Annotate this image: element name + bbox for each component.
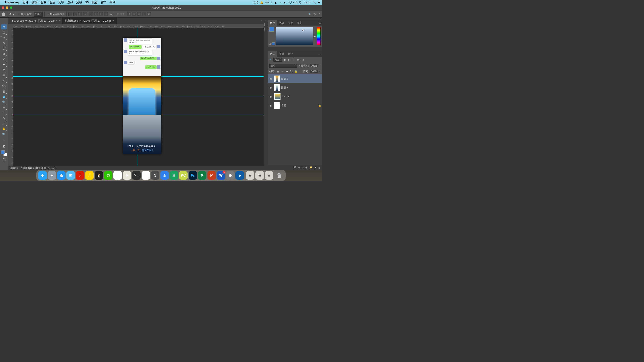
link-layers-icon[interactable]: ⌘ xyxy=(294,166,296,169)
path-select-tool[interactable]: ↖ xyxy=(1,115,7,121)
tab-swatches[interactable]: 色板 xyxy=(277,20,286,26)
doc-dimensions[interactable]: 1026 像素 x 3078 像素 (72 ppi) 〉 xyxy=(21,166,59,170)
menu-3d[interactable]: 3D xyxy=(85,1,89,4)
align-center-h-icon[interactable]: ⎹ xyxy=(73,12,77,16)
edit-toolbar[interactable]: ⋯ xyxy=(1,137,7,142)
dock-app-excel[interactable]: X xyxy=(198,171,206,180)
layer-row[interactable]: ◉ mx_05 xyxy=(268,92,322,101)
type-tool[interactable]: T xyxy=(1,110,7,115)
layer-thumb[interactable] xyxy=(274,84,280,91)
filter-shape-icon[interactable]: ▭ xyxy=(297,58,300,61)
dock-app-qqmusic[interactable]: ♬ xyxy=(85,171,94,180)
align-right-icon[interactable]: ⎸ xyxy=(78,12,82,16)
align-stretch-icon[interactable]: ≡ xyxy=(83,12,87,16)
lock-all-icon[interactable]: 🔒 xyxy=(294,70,298,73)
panel-menu-icon[interactable]: ≡ xyxy=(318,53,322,55)
window-close[interactable] xyxy=(2,6,4,9)
dock-app-word[interactable]: W1 xyxy=(217,171,225,180)
dock-trash[interactable]: 🗑 xyxy=(275,171,284,180)
dock-app-terminal[interactable]: >_ xyxy=(132,171,141,180)
zoom-level[interactable]: 33.33% xyxy=(10,167,18,169)
window-maximize[interactable] xyxy=(10,6,12,9)
pen-tool[interactable]: ✒ xyxy=(1,105,7,110)
filter-image-icon[interactable]: ▣ xyxy=(283,58,286,61)
visibility-icon[interactable]: ◉ xyxy=(269,77,272,80)
dock-item-2[interactable] xyxy=(264,28,268,31)
tabbar-collapse[interactable]: ›› xyxy=(260,18,264,24)
tray-icon-1[interactable]: ⧈ xyxy=(280,1,281,4)
blur-tool[interactable]: 💧 xyxy=(1,94,7,99)
panel-collapse-icon[interactable]: ‹‹ xyxy=(265,19,266,21)
battery-icon[interactable]: ▮▯ xyxy=(274,1,277,4)
control-center-icon[interactable]: ☰ xyxy=(318,1,320,4)
menu-select[interactable]: 选择 xyxy=(67,1,73,4)
frame-tool[interactable]: ⊠ xyxy=(1,51,7,56)
canvas[interactable]: 怎么才能年入百万呢，只要不犯罪干啥都可以！！ 往银行存6000万，一年利息就差不… xyxy=(13,28,264,170)
adjustment-icon[interactable]: ◐ xyxy=(306,166,308,169)
align-top-icon[interactable]: ⌋ xyxy=(89,12,93,16)
dock-minimized-2[interactable]: ⊞ xyxy=(265,171,273,180)
tray-icon-2[interactable]: ⊞ xyxy=(283,1,285,4)
fx-icon[interactable]: fx xyxy=(298,166,300,169)
spotlight-icon[interactable]: 🔍 xyxy=(312,1,316,4)
doc-tab-1[interactable]: mx(1).psd @ 33.3% (图层 1, RGB/8) *× xyxy=(10,18,62,24)
marquee-tool[interactable]: ◻ xyxy=(1,30,7,35)
align-bottom-icon[interactable]: ⌈ xyxy=(99,12,103,16)
brush-tool[interactable]: ✏ xyxy=(1,67,7,72)
lock-paint-icon[interactable]: ✏ xyxy=(281,70,284,73)
menu-window[interactable]: 窗口 xyxy=(101,1,107,4)
notifications-icon[interactable]: 🔔 xyxy=(260,1,263,4)
dock-app-powerpoint[interactable]: P xyxy=(207,171,216,180)
mask-icon[interactable]: ◻ xyxy=(302,166,304,169)
eyedropper-tool[interactable]: ✐ xyxy=(1,56,7,62)
auto-select-target[interactable]: 图层 ˅ xyxy=(34,12,43,16)
filter-toggle[interactable] xyxy=(319,58,321,61)
input-source-icon[interactable]: ⌨ xyxy=(266,1,269,4)
filter-adjust-icon[interactable]: ◐ xyxy=(288,58,291,61)
dock-minimized-1[interactable]: ⊞ xyxy=(255,171,264,180)
gradient-tool[interactable]: ▥ xyxy=(1,89,7,94)
ruler-vertical[interactable]: 02004006008001000120014 xyxy=(8,28,13,170)
close-tab-icon[interactable]: × xyxy=(112,19,114,22)
dock-app-mail[interactable]: ✉ xyxy=(66,171,75,180)
show-transform-checkbox[interactable]: 显示变换控件 xyxy=(46,12,64,16)
tab-color[interactable]: 颜色 xyxy=(268,20,277,26)
dock-app-pycharm[interactable]: PC xyxy=(179,171,188,180)
close-tab-icon[interactable]: × xyxy=(58,19,60,22)
layer-row[interactable]: ◉ 图层 2 xyxy=(268,74,322,83)
nearest-swatch[interactable] xyxy=(272,42,275,45)
screen-mode[interactable]: ⛶ xyxy=(1,157,7,162)
foreground-swatch[interactable] xyxy=(270,27,274,31)
menu-layer[interactable]: 图层 xyxy=(50,1,55,4)
color-swatches[interactable] xyxy=(1,150,7,156)
dock-app-vscode[interactable]: ⋔ xyxy=(160,171,169,180)
panel-menu-icon[interactable]: ≡ xyxy=(318,22,322,24)
dodge-tool[interactable]: 🔍 xyxy=(1,99,7,105)
menu-image[interactable]: 图像 xyxy=(40,1,46,4)
workspace-icon[interactable]: ▢▾ xyxy=(313,13,317,16)
dock-app-sublime[interactable]: S xyxy=(151,171,160,180)
dock-minimized-0[interactable]: ⊞ xyxy=(246,171,254,180)
shape-tool[interactable]: ▭ xyxy=(1,121,7,126)
tab-paths[interactable]: 路径 xyxy=(286,51,295,57)
dock-app-weather[interactable]: ☀ xyxy=(123,171,131,180)
history-brush-tool[interactable]: ↺ xyxy=(1,78,7,83)
wifi-icon[interactable]: ⌇ xyxy=(271,1,272,4)
tab-pattern[interactable]: 图案 xyxy=(295,20,304,26)
crop-tool[interactable]: ⛶ xyxy=(1,46,7,51)
dock-app-edge[interactable]: e xyxy=(236,171,244,180)
layer-row[interactable]: ◉ 图层 1 xyxy=(268,83,322,92)
hue-slider[interactable] xyxy=(317,27,321,45)
eraser-tool[interactable]: ⌫ xyxy=(1,83,7,88)
dock-app-netease[interactable]: ♪ xyxy=(76,171,84,180)
lock-pixels-icon[interactable]: ▦ xyxy=(276,70,280,73)
heal-tool[interactable]: ✜ xyxy=(1,62,7,67)
layer-row[interactable]: ◉ 背景 🔒 xyxy=(268,101,322,110)
tab-gradient[interactable]: 渐变 xyxy=(286,20,295,26)
lock-position-icon[interactable]: ✥ xyxy=(285,70,288,73)
menu-file[interactable]: 文件 xyxy=(22,1,28,4)
layer-thumb[interactable] xyxy=(274,93,281,100)
app-name[interactable]: Photoshop xyxy=(5,1,20,4)
dock-app-finder[interactable]: ☻ xyxy=(38,171,47,180)
blend-mode-select[interactable]: 正常˅ xyxy=(270,64,297,68)
